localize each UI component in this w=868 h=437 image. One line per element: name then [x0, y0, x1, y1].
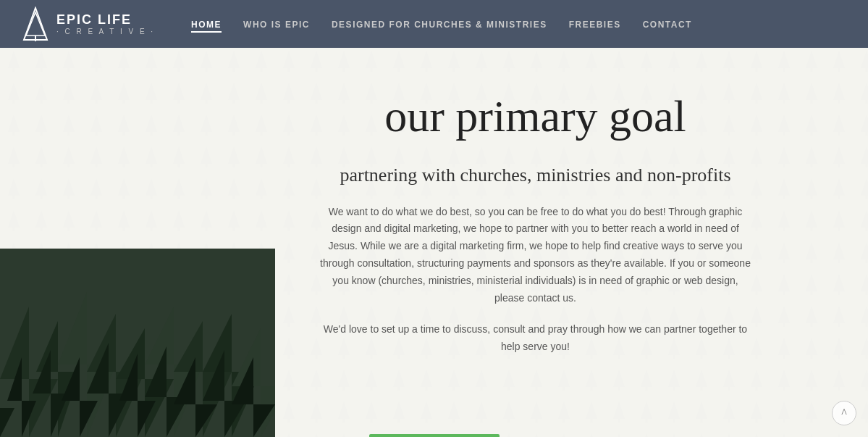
nav-link-designed[interactable]: DESIGNED FOR CHURCHES & MINISTRIES — [332, 20, 547, 30]
tree-logo-icon — [22, 7, 49, 41]
forest-overlay — [0, 249, 275, 437]
logo-subtitle: · C R E A T I V E · — [56, 28, 155, 36]
body-text-1: We want to do what we do best, so you ca… — [319, 204, 753, 307]
nav-links: HOME WHO IS EPIC DESIGNED FOR CHURCHES &… — [191, 17, 692, 30]
subtitle: partnering with churches, ministries and… — [275, 162, 796, 188]
svg-marker-1 — [26, 12, 45, 36]
nav-item-home[interactable]: HOME — [191, 17, 222, 30]
forest-svg — [0, 249, 275, 437]
logo-title: EPIC LIFE — [56, 12, 155, 28]
green-bar-decoration — [369, 434, 500, 437]
chevron-up-icon: ^ — [841, 407, 847, 420]
content-box: our primary goal partnering with churche… — [275, 91, 796, 356]
scroll-top-button[interactable]: ^ — [832, 401, 856, 425]
main-area: our primary goal partnering with churche… — [0, 48, 868, 437]
nav-item-designed[interactable]: DESIGNED FOR CHURCHES & MINISTRIES — [332, 17, 547, 30]
page-title: our primary goal — [275, 91, 796, 141]
nav-link-home[interactable]: HOME — [191, 20, 222, 33]
logo[interactable]: EPIC LIFE · C R E A T I V E · — [22, 7, 155, 41]
nav-link-contact[interactable]: CONTACT — [643, 20, 692, 30]
navbar: EPIC LIFE · C R E A T I V E · HOME WHO I… — [0, 0, 868, 48]
body-text-2: We'd love to set up a time to discuss, c… — [319, 321, 753, 356]
nav-item-freebies[interactable]: FREEBIES — [569, 17, 621, 30]
nav-item-contact[interactable]: CONTACT — [643, 17, 692, 30]
nav-link-who[interactable]: WHO IS EPIC — [243, 20, 310, 30]
nav-item-who[interactable]: WHO IS EPIC — [243, 17, 310, 30]
nav-link-freebies[interactable]: FREEBIES — [569, 20, 621, 30]
